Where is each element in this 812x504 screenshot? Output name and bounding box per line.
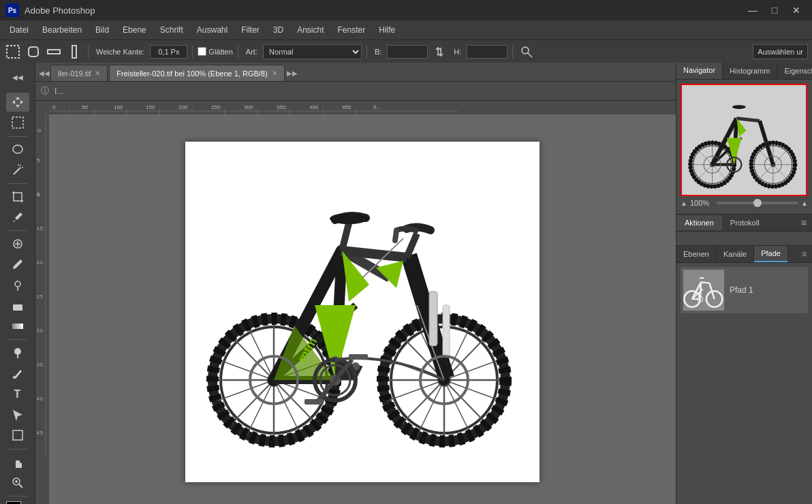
menu-hilfe[interactable]: Hilfe bbox=[372, 22, 402, 37]
move-tool[interactable] bbox=[6, 93, 29, 112]
gradient-tool[interactable] bbox=[6, 317, 29, 336]
actions-panel-tab-bar: Aktionen Protokoll ≡ bbox=[676, 214, 812, 232]
svg-text:3: 3 bbox=[37, 362, 40, 367]
pen-tool[interactable] bbox=[6, 364, 29, 383]
tab-pfade[interactable]: Pfade bbox=[754, 246, 788, 262]
healing-tool[interactable] bbox=[6, 234, 29, 253]
dodge-tool[interactable] bbox=[6, 343, 29, 362]
slider-thumb[interactable] bbox=[753, 199, 762, 207]
tab-1[interactable]: ller-019.tif ✕ bbox=[50, 65, 108, 81]
shape-tool[interactable] bbox=[6, 426, 29, 445]
art-label: Art: bbox=[246, 48, 257, 56]
svg-text:300: 300 bbox=[244, 104, 253, 110]
titlebar: Ps Adobe Photoshop — □ ✕ bbox=[0, 0, 812, 20]
zoom-tool[interactable] bbox=[6, 473, 29, 492]
text-tool[interactable]: T bbox=[6, 385, 29, 404]
tab-ebenen[interactable]: Ebenen bbox=[676, 247, 717, 262]
svg-text:200: 200 bbox=[178, 104, 188, 110]
magic-wand-tool[interactable] bbox=[6, 161, 29, 180]
tab-navigator[interactable]: Navigator bbox=[676, 63, 723, 79]
marquee-single-col-btn[interactable] bbox=[65, 43, 83, 61]
menu-bearbeiten[interactable]: Bearbeiten bbox=[35, 22, 89, 37]
svg-text:350: 350 bbox=[277, 104, 286, 110]
svg-rect-1 bbox=[29, 47, 38, 57]
maximize-button[interactable]: □ bbox=[764, 3, 785, 17]
b-input[interactable] bbox=[387, 45, 428, 59]
navigator-zoom-text: 100% bbox=[690, 199, 714, 207]
zoom-in-icon[interactable]: ▲ bbox=[801, 200, 808, 207]
marquee-tool[interactable] bbox=[6, 113, 29, 132]
path-item-name: Pfad 1 bbox=[730, 285, 753, 295]
tab-eigenschaften[interactable]: Eigenschaften bbox=[777, 63, 812, 78]
menu-ebene[interactable]: Ebene bbox=[116, 22, 153, 37]
svg-text:50: 50 bbox=[82, 104, 88, 110]
menu-fenster[interactable]: Fenster bbox=[331, 22, 373, 37]
svg-line-8 bbox=[14, 168, 20, 174]
tab-2[interactable]: Freisteller-020.tif bei 100% (Ebene 1, R… bbox=[109, 65, 284, 81]
actions-panel-menu-icon[interactable]: ≡ bbox=[796, 215, 812, 231]
menu-auswahl[interactable]: Auswahl bbox=[190, 22, 234, 37]
marquee-round-tool-btn[interactable] bbox=[25, 43, 42, 61]
h-input[interactable] bbox=[467, 45, 507, 59]
tab-bar: ◀◀ ller-019.tif ✕ Freisteller-020.tif be… bbox=[35, 63, 676, 82]
eyedropper-tool[interactable] bbox=[6, 208, 29, 227]
info-i-icon[interactable]: I... bbox=[54, 86, 63, 96]
toolbar-sep-1 bbox=[7, 136, 28, 137]
top-panel-tab-bar: Navigator Histogramm Eigenschaften Korre… bbox=[676, 63, 812, 80]
layer-panel-menu-icon[interactable]: ≡ bbox=[796, 247, 812, 262]
info-icon[interactable]: ⓘ bbox=[41, 85, 49, 97]
lasso-tool[interactable] bbox=[6, 140, 29, 159]
toolbar-sep-3 bbox=[7, 230, 28, 231]
tab-1-label: ller-019.tif bbox=[58, 69, 91, 78]
menu-filter[interactable]: Filter bbox=[234, 22, 266, 37]
hand-tool[interactable] bbox=[6, 452, 29, 471]
tab-scroll-left[interactable]: ◀◀ bbox=[38, 65, 50, 81]
menu-datei[interactable]: Datei bbox=[3, 22, 35, 37]
color-swatches[interactable] bbox=[6, 501, 29, 504]
menu-schrift[interactable]: Schrift bbox=[153, 22, 190, 37]
art-select[interactable]: Normal Feste Größe Festes Seitenverhältn… bbox=[263, 44, 362, 59]
close-button[interactable]: ✕ bbox=[786, 3, 807, 17]
tab-1-close[interactable]: ✕ bbox=[95, 69, 100, 77]
menu-bild[interactable]: Bild bbox=[89, 22, 116, 37]
tab-protokoll[interactable]: Protokoll bbox=[722, 215, 768, 230]
auswahl-button[interactable]: Auswählen ur bbox=[753, 44, 808, 59]
menu-ansicht[interactable]: Ansicht bbox=[290, 22, 330, 37]
menubar: Datei Bearbeiten Bild Ebene Schrift Ausw… bbox=[0, 20, 812, 40]
eraser-tool[interactable] bbox=[6, 296, 29, 315]
crop-tool[interactable] bbox=[6, 187, 29, 206]
zoom-out-icon[interactable]: ▲ bbox=[681, 200, 687, 207]
path-selection-tool[interactable] bbox=[6, 405, 29, 424]
swap-icon[interactable] bbox=[431, 43, 448, 61]
tab-kanaele[interactable]: Kanäle bbox=[717, 247, 754, 262]
scroll-left-icon[interactable]: ◀◀ bbox=[6, 65, 29, 89]
tab-histogramm[interactable]: Histogramm bbox=[723, 63, 777, 78]
tab-aktionen[interactable]: Aktionen bbox=[676, 215, 722, 230]
svg-point-138 bbox=[700, 277, 704, 279]
svg-rect-109 bbox=[429, 292, 437, 346]
weiche-kante-input[interactable] bbox=[150, 45, 187, 59]
options-bar: Weiche Kante: Glätten Art: Normal Feste … bbox=[0, 40, 812, 63]
brush-tool[interactable] bbox=[6, 255, 29, 274]
path-item-1[interactable]: Pfad 1 bbox=[681, 267, 808, 313]
tab-2-close[interactable]: ✕ bbox=[272, 69, 277, 77]
svg-rect-0 bbox=[7, 46, 19, 58]
marquee-single-row-btn[interactable] bbox=[45, 43, 63, 61]
marquee-rect-tool-btn[interactable] bbox=[4, 43, 22, 61]
minimize-button[interactable]: — bbox=[743, 3, 763, 17]
menu-3d[interactable]: 3D bbox=[266, 22, 290, 37]
svg-line-99 bbox=[395, 230, 396, 240]
svg-text:150: 150 bbox=[146, 104, 155, 110]
svg-rect-6 bbox=[12, 117, 23, 128]
toolbar-sep-2 bbox=[7, 183, 28, 184]
svg-rect-110 bbox=[443, 305, 450, 356]
clone-stamp-tool[interactable] bbox=[6, 276, 29, 295]
navigator-slider[interactable] bbox=[717, 202, 798, 204]
glaetten-checkbox[interactable]: Glätten bbox=[198, 47, 232, 56]
glaetten-check[interactable] bbox=[198, 47, 206, 56]
navigator-preview bbox=[681, 84, 807, 196]
search-icon[interactable] bbox=[518, 43, 535, 61]
vertical-ruler: 0 5 1 0 1 5 2 0 2 5 3 0 3 bbox=[35, 114, 49, 504]
layer-panel-tab-bar: Ebenen Kanäle Pfade ≡ bbox=[676, 245, 812, 263]
tab-scroll-right[interactable]: ▶▶ bbox=[286, 65, 298, 81]
